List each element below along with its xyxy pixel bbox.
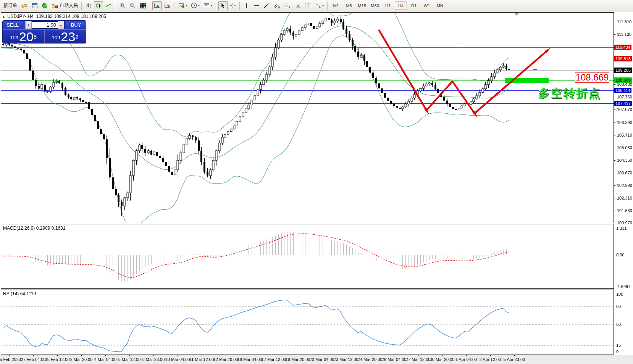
sell-button[interactable]: SELL bbox=[3, 21, 23, 29]
crosshair-icon[interactable] bbox=[228, 1, 237, 10]
new-order-button[interactable]: 新订单 bbox=[2, 1, 19, 10]
price-tick-label: 103.670 bbox=[617, 171, 632, 175]
date-label: 11 Mar 12:00 bbox=[189, 357, 214, 362]
date-label: 28 Feb 12:00 bbox=[45, 357, 70, 362]
date-label: 1 Apr 04:00 bbox=[455, 357, 477, 362]
line-chart-icon[interactable] bbox=[104, 1, 113, 10]
price-badge: 109.205 bbox=[614, 68, 632, 73]
date-label: 27 Mar 12:00 bbox=[406, 357, 431, 362]
period-button-m5[interactable]: M5 bbox=[343, 2, 355, 10]
zoom-in-icon[interactable] bbox=[118, 1, 127, 10]
toolbar-separator bbox=[174, 2, 175, 10]
chart-shift-icon[interactable] bbox=[163, 1, 172, 10]
toolbar-separator bbox=[150, 2, 150, 10]
price-badge: 108.669 bbox=[614, 77, 632, 83]
trade-panel-top: SELL ▼ ▲ BUY bbox=[3, 21, 86, 29]
buy-price[interactable]: 109232 bbox=[45, 30, 86, 43]
volume-up-button[interactable]: ▲ bbox=[58, 21, 64, 29]
bars-chart-icon[interactable] bbox=[84, 1, 93, 10]
price-tick-label: 105.710 bbox=[617, 133, 632, 137]
date-label: 16 Mar 04:00 bbox=[237, 357, 262, 362]
volume-down-button[interactable]: ▼ bbox=[25, 21, 32, 29]
period-button-m1[interactable]: M1 bbox=[330, 2, 342, 10]
periods-caret-icon[interactable]: ▾ bbox=[198, 4, 200, 7]
price-tick-label: 108.430 bbox=[617, 82, 632, 87]
horizontal-line-icon[interactable] bbox=[252, 1, 261, 10]
rsi-axis-label: 15 bbox=[616, 343, 621, 348]
templates-caret-icon[interactable]: ▾ bbox=[211, 4, 212, 7]
auto-scroll-icon[interactable] bbox=[152, 1, 162, 10]
trend-line-icon[interactable] bbox=[262, 1, 271, 10]
vertical-line-icon[interactable] bbox=[242, 1, 251, 10]
buy-button[interactable]: BUY bbox=[66, 21, 86, 29]
period-button-m30[interactable]: M30 bbox=[369, 2, 381, 10]
period-button-h4[interactable]: H4 bbox=[395, 2, 407, 10]
sell-price[interactable]: 109205 bbox=[3, 30, 45, 43]
macd-label: MACD(12,26,9) 0.2909 0.1631 bbox=[3, 225, 65, 231]
new-order-label: 新订单 bbox=[3, 2, 17, 9]
macd-axis-label: 0.00 bbox=[616, 253, 624, 257]
support-price-callout[interactable]: 108.669 bbox=[575, 72, 609, 83]
chart-canvas[interactable] bbox=[0, 0, 633, 364]
price-tick bbox=[614, 148, 615, 148]
rsi-axis-label: 50 bbox=[616, 322, 621, 327]
price-tick bbox=[614, 97, 615, 97]
symbol-title: USDJPY-,H4 bbox=[7, 14, 34, 19]
volume-input[interactable] bbox=[32, 22, 58, 28]
svg-text:A: A bbox=[296, 3, 300, 9]
period-button-d1[interactable]: D1 bbox=[408, 2, 420, 10]
arrows-icon[interactable]: ▾ bbox=[314, 1, 325, 10]
svg-text:F: F bbox=[289, 6, 290, 9]
macd-axis-label: -1.5997 bbox=[616, 284, 630, 289]
period-button-w1[interactable]: W1 bbox=[421, 2, 433, 10]
period-button-h1[interactable]: H1 bbox=[382, 2, 394, 10]
toolbar: 新订单自动交易▾▾▾EFAT▾M1M5M15M30H1H4D1W1MN bbox=[0, 0, 633, 11]
svg-text:E: E bbox=[278, 6, 280, 9]
panel-collapse-icon[interactable]: ▲ bbox=[2, 15, 5, 18]
price-tick bbox=[614, 84, 615, 85]
periods-icon[interactable]: ▾ bbox=[189, 1, 201, 10]
rsi-axis-label: 80 bbox=[616, 304, 621, 309]
autotrading-button[interactable]: 自动交易 bbox=[50, 1, 79, 10]
tile-windows-icon[interactable] bbox=[138, 1, 148, 10]
zoom-out-icon[interactable] bbox=[128, 1, 137, 10]
date-label: 10 Mar 04:00 bbox=[165, 357, 190, 362]
cursor-icon[interactable] bbox=[218, 1, 228, 10]
date-label: 27 Feb 04:00 bbox=[21, 357, 46, 362]
date-label: 12 Mar 20:00 bbox=[213, 357, 238, 362]
price-tick-label: 102.310 bbox=[617, 196, 632, 200]
period-button-mn[interactable]: MN bbox=[434, 2, 446, 10]
text-label-icon[interactable]: T bbox=[303, 1, 313, 10]
period-button-m15[interactable]: M15 bbox=[356, 2, 368, 10]
price-badge: 110.434 bbox=[614, 45, 631, 50]
price-tick-label: 101.630 bbox=[617, 208, 632, 213]
indicators-caret-icon[interactable]: ▾ bbox=[186, 4, 187, 7]
candles-chart-icon[interactable] bbox=[94, 1, 103, 10]
toolbar-separator bbox=[115, 2, 116, 10]
price-tick bbox=[614, 198, 615, 198]
price-tick-label: 100.970 bbox=[617, 221, 632, 225]
indicators-icon[interactable]: ▾ bbox=[177, 1, 189, 10]
equidistant-channel-icon[interactable]: E bbox=[272, 1, 282, 10]
templates-icon[interactable]: ▾ bbox=[202, 1, 214, 10]
turning-point-text[interactable]: 多空转折点 bbox=[538, 86, 601, 101]
date-label: 2 Mar 20:00 bbox=[70, 357, 93, 362]
chart-header: ▲USDJPY-,H4 109.183 109.214 109.181 109.… bbox=[2, 14, 106, 19]
signal-icon[interactable] bbox=[40, 1, 49, 10]
buy-price-sup: 2 bbox=[75, 31, 78, 43]
sell-price-prefix: 109 bbox=[10, 33, 18, 42]
text-icon[interactable]: A bbox=[293, 1, 302, 10]
price-tick bbox=[614, 185, 615, 186]
price-tick bbox=[614, 34, 615, 35]
price-tick bbox=[614, 135, 615, 135]
chart-window-icon[interactable] bbox=[30, 1, 39, 10]
price-badge: 108.114 bbox=[614, 88, 631, 93]
price-tick-label: 107.750 bbox=[617, 95, 632, 99]
rsi-axis-label: 0 bbox=[616, 350, 618, 354]
date-label: 20 Mar 04:00 bbox=[310, 357, 334, 362]
toolbar-separator bbox=[216, 2, 216, 10]
price-tick-label: 111.130 bbox=[617, 32, 631, 37]
gold-icon[interactable] bbox=[19, 1, 29, 10]
fibonacci-icon[interactable]: F bbox=[283, 1, 292, 10]
arrows-caret-icon[interactable]: ▾ bbox=[322, 4, 324, 7]
